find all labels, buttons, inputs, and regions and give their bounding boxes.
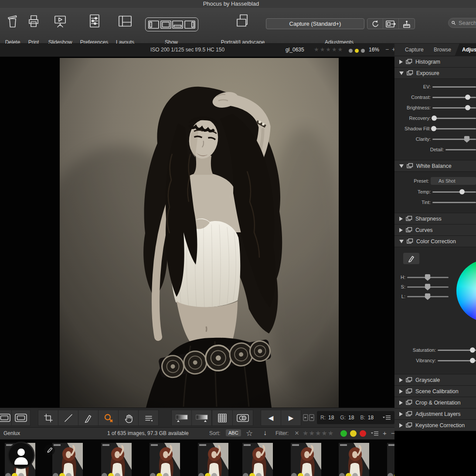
l-slider[interactable] [407,296,449,297]
search-field[interactable] [448,18,476,28]
hue-slider[interactable] [407,277,449,278]
sort-direction-button[interactable]: ↓ [263,429,267,437]
filter-yellow-dot[interactable] [350,430,357,438]
highlight-warning-button[interactable] [192,410,211,425]
fullscreen-view-button[interactable] [12,410,30,425]
saturation-slider[interactable] [438,350,476,351]
reset-adjustments-button[interactable] [367,19,383,29]
compare-images-button[interactable] [303,413,315,424]
s-slider[interactable] [407,286,449,288]
search-input[interactable] [458,19,476,27]
color-wheel[interactable] [456,259,476,322]
section-keystone-correction[interactable]: Keystone Correction [394,420,476,431]
tool-options-menu-button[interactable] [139,410,158,425]
tab-capture[interactable]: Capture [405,47,424,53]
detail-slider[interactable] [445,149,476,150]
portrait-landscape-button[interactable]: Portrait/Landscape [217,11,269,31]
thumb-size-increase-button[interactable]: + [383,429,387,437]
filter-clear-button[interactable]: × [295,429,299,438]
slider-pin-thumb[interactable] [425,293,431,300]
recovery-slider[interactable] [432,118,476,119]
filter-red-dot[interactable] [360,430,366,438]
filter-star-rating[interactable]: ★★★★★ [303,429,334,437]
brightness-slider[interactable] [432,107,476,109]
soft-proof-button[interactable] [233,410,253,425]
clarity-slider[interactable] [432,139,476,140]
vibrancy-slider[interactable] [438,360,476,361]
gray-label-dot[interactable] [361,49,365,53]
sort-mode-button[interactable]: ABC [226,429,241,436]
thumbnail-6[interactable] [242,443,273,476]
ev-slider[interactable] [432,86,476,88]
capture-preset-dropdown[interactable]: Capture (Standard+) [266,18,364,29]
print-button[interactable]: Print [25,11,42,31]
thumbnail-3[interactable] [101,443,132,476]
shadow-warning-button[interactable] [172,410,191,425]
section-grayscale[interactable]: Grayscale [394,374,476,386]
thumb-size-decrease-button[interactable]: − [391,429,395,437]
section-curves[interactable]: Curves [394,224,476,236]
color-label-control[interactable] [349,48,365,54]
zoom-level: 16% [369,47,379,53]
previous-image-button[interactable]: ◀ [261,410,281,425]
section-histogram[interactable]: Histogram [394,56,476,68]
star-rating-control[interactable]: ★★★★★ [314,46,343,53]
thumb-size-options-icon[interactable] [371,431,379,438]
slider-thumb[interactable] [459,189,465,194]
filter-green-dot[interactable] [340,430,347,438]
eyedropper-tool-button[interactable] [78,410,98,425]
slider-pin-thumb[interactable] [425,284,431,290]
contrast-slider[interactable] [432,97,476,98]
color-pick-eyedropper-button[interactable] [403,253,419,264]
readout-options-icon[interactable] [382,415,391,420]
slider-pin-thumb[interactable] [425,274,431,281]
section-color-correction[interactable]: Color Correction [394,236,476,247]
layouts-button[interactable]: Layouts [112,11,138,31]
slideshow-button[interactable]: Slideshow [46,11,75,31]
thumbnail-5[interactable] [198,443,228,476]
shadow-fill-slider[interactable] [432,128,476,129]
thumbnail-8[interactable] [339,443,369,476]
preset-cake-button[interactable] [399,19,415,29]
show-view-segmented-control[interactable] [145,17,198,31]
slider-pin-thumb[interactable] [464,136,470,143]
grid-overlay-button[interactable] [212,410,232,425]
thumbnail-4[interactable] [150,443,180,476]
slider-thumb[interactable] [470,358,475,363]
straighten-tool-button[interactable] [58,410,78,425]
slider-thumb[interactable] [465,105,470,110]
section-crop-orientation[interactable]: Crop & Orientation [394,397,476,408]
preferences-button[interactable]: Preferences [75,11,113,31]
section-adjustment-layers[interactable]: Adjustment Layers [394,408,476,420]
slider-thumb[interactable] [465,95,470,100]
yellow-label-dot[interactable] [355,49,359,53]
temp-slider[interactable] [432,191,476,193]
tab-adjustments[interactable]: Adjustments [455,44,476,56]
wb-preset-dropdown[interactable]: As Shot [431,177,476,185]
zoom-tool-button[interactable] [99,410,118,425]
slider-thumb[interactable] [470,347,475,353]
viewer-canvas[interactable] [0,57,394,408]
thumbnail-7[interactable] [291,443,321,476]
slider-thumb[interactable] [432,116,437,121]
zoom-out-button[interactable]: − [385,46,389,53]
photo-image[interactable] [60,58,339,408]
slider-thumb[interactable] [431,126,436,131]
gray-label-dot[interactable] [349,49,353,53]
section-white-balance[interactable]: White Balance [394,160,476,172]
person-icon [17,449,25,456]
delete-button[interactable]: Delete [3,11,23,31]
section-sharpness[interactable]: Sharpness [394,213,476,224]
thumbnail-2-selected[interactable] [52,443,83,476]
pan-tool-button[interactable] [119,410,138,425]
crop-tool-button[interactable] [38,410,58,425]
next-image-button[interactable]: ▶ [281,410,301,425]
section-exposure[interactable]: Exposure [394,68,476,79]
profile-avatar[interactable] [9,443,34,468]
tint-slider[interactable] [432,202,476,203]
thumbnail-9[interactable] [387,443,394,476]
sort-by-rating-button[interactable]: ☆ [246,428,253,438]
copy-adjustments-button[interactable] [383,19,399,29]
tab-browse[interactable]: Browse [434,47,451,53]
section-scene-calibration[interactable]: Scene Calibration [394,386,476,397]
